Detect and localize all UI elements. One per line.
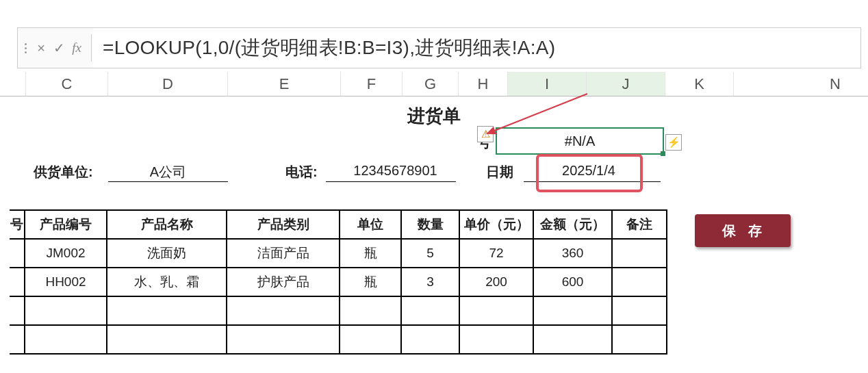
formula-bar-controls: × ✓ fx xyxy=(18,39,90,57)
cell-name[interactable]: 水、乳、霜 xyxy=(107,268,227,296)
divider xyxy=(91,34,92,62)
col-header-j[interactable]: J xyxy=(587,72,665,96)
th-price[interactable]: 单价（元） xyxy=(459,210,533,239)
cell-qty[interactable]: 3 xyxy=(401,268,459,296)
cell-price[interactable]: 72 xyxy=(459,239,533,268)
fx-icon[interactable]: fx xyxy=(68,39,86,57)
th-name[interactable]: 产品名称 xyxy=(107,210,227,239)
cell-cat[interactable] xyxy=(227,296,340,325)
cell-name[interactable]: 洗面奶 xyxy=(107,239,227,268)
cell-unit[interactable]: 瓶 xyxy=(340,239,401,268)
cell-code[interactable] xyxy=(25,296,107,325)
cell-amount[interactable]: 600 xyxy=(533,268,612,296)
cell-name[interactable] xyxy=(107,325,227,354)
worksheet-area[interactable]: 进货单 号 #N/A ⚠ ⚡ 供货单位: A公司 电话: 12345678901… xyxy=(0,96,868,373)
date-value[interactable]: 2025/1/4 xyxy=(541,163,637,179)
col-header-n[interactable]: N xyxy=(734,72,868,96)
cell-qty[interactable]: 5 xyxy=(401,239,459,268)
col-header-g[interactable]: G xyxy=(403,72,459,96)
cancel-formula-button[interactable]: × xyxy=(32,39,50,57)
cell-note[interactable] xyxy=(612,325,667,354)
col-header-blank[interactable] xyxy=(0,72,26,96)
cell-amount[interactable]: 360 xyxy=(533,239,612,268)
col-header-c[interactable]: C xyxy=(26,72,108,96)
formula-bar: × ✓ fx =LOOKUP(1,0/(进货明细表!B:B=I3),进货明细表!… xyxy=(17,27,861,68)
cell-name[interactable] xyxy=(107,296,227,325)
th-code[interactable]: 产品编号 xyxy=(25,210,107,239)
cell-price[interactable] xyxy=(459,325,533,354)
active-cell[interactable]: #N/A xyxy=(496,127,664,155)
cell-amount[interactable] xyxy=(533,325,612,354)
table-row[interactable] xyxy=(10,296,667,325)
cell-note[interactable] xyxy=(612,296,667,325)
underline xyxy=(326,181,456,182)
fill-handle-icon[interactable] xyxy=(661,151,665,156)
th-cat[interactable]: 产品类别 xyxy=(227,210,340,239)
phone-label: 电话: xyxy=(285,163,318,181)
cell-code[interactable] xyxy=(25,325,107,354)
th-note[interactable]: 备注 xyxy=(612,210,667,239)
data-table: 号 产品编号 产品名称 产品类别 单位 数量 单价（元） 金额（元） 备注 JM… xyxy=(10,209,667,355)
underline xyxy=(524,181,661,182)
cell-seq[interactable] xyxy=(10,268,25,296)
table-row[interactable]: HH002 水、乳、霜 护肤产品 瓶 3 200 600 xyxy=(10,268,667,296)
cell-note[interactable] xyxy=(612,239,667,268)
underline xyxy=(108,181,228,182)
page-title: 进货单 xyxy=(0,104,868,128)
cell-price[interactable]: 200 xyxy=(459,268,533,296)
cell-unit[interactable] xyxy=(340,296,401,325)
column-header-row: C D E F G H I J K N xyxy=(0,72,868,97)
cell-price[interactable] xyxy=(459,296,533,325)
cell-qty[interactable] xyxy=(401,325,459,354)
drag-handle-icon[interactable] xyxy=(22,43,32,53)
cell-code[interactable]: HH002 xyxy=(25,268,107,296)
col-header-h[interactable]: H xyxy=(459,72,508,96)
col-header-f[interactable]: F xyxy=(341,72,403,96)
warning-icon[interactable]: ⚠ xyxy=(477,126,494,142)
cell-unit[interactable]: 瓶 xyxy=(340,268,401,296)
formula-input[interactable]: =LOOKUP(1,0/(进货明细表!B:B=I3),进货明细表!A:A) xyxy=(93,28,860,68)
table-row[interactable]: JM002 洗面奶 洁面产品 瓶 5 72 360 xyxy=(10,239,667,268)
cell-seq[interactable] xyxy=(10,239,25,268)
supplier-value[interactable]: A公司 xyxy=(108,163,228,181)
cell-seq[interactable] xyxy=(10,325,25,354)
th-unit[interactable]: 单位 xyxy=(340,210,401,239)
cell-qty[interactable] xyxy=(401,296,459,325)
cell-cat[interactable] xyxy=(227,325,340,354)
phone-value[interactable]: 12345678901 xyxy=(335,163,455,179)
active-cell-value: #N/A xyxy=(565,133,595,149)
cell-seq[interactable] xyxy=(10,296,25,325)
th-amount[interactable]: 金额（元） xyxy=(533,210,612,239)
col-header-k[interactable]: K xyxy=(665,72,734,96)
cell-cat[interactable]: 洁面产品 xyxy=(227,239,340,268)
cell-code[interactable]: JM002 xyxy=(25,239,107,268)
date-label: 日期 xyxy=(486,163,513,181)
supplier-label: 供货单位: xyxy=(34,163,93,181)
save-button[interactable]: 保存 xyxy=(695,214,791,247)
cell-cat[interactable]: 护肤产品 xyxy=(227,268,340,296)
cell-amount[interactable] xyxy=(533,296,612,325)
cell-unit[interactable] xyxy=(340,325,401,354)
col-header-d[interactable]: D xyxy=(108,72,228,96)
table-row[interactable] xyxy=(10,325,667,354)
table-header-row: 号 产品编号 产品名称 产品类别 单位 数量 单价（元） 金额（元） 备注 xyxy=(10,210,667,239)
col-header-i[interactable]: I xyxy=(508,72,587,96)
th-qty[interactable]: 数量 xyxy=(401,210,459,239)
flash-fill-icon[interactable]: ⚡ xyxy=(665,134,682,151)
confirm-formula-button[interactable]: ✓ xyxy=(50,39,68,57)
col-header-e[interactable]: E xyxy=(228,72,341,96)
cell-note[interactable] xyxy=(612,268,667,296)
th-seq[interactable]: 号 xyxy=(10,210,25,239)
